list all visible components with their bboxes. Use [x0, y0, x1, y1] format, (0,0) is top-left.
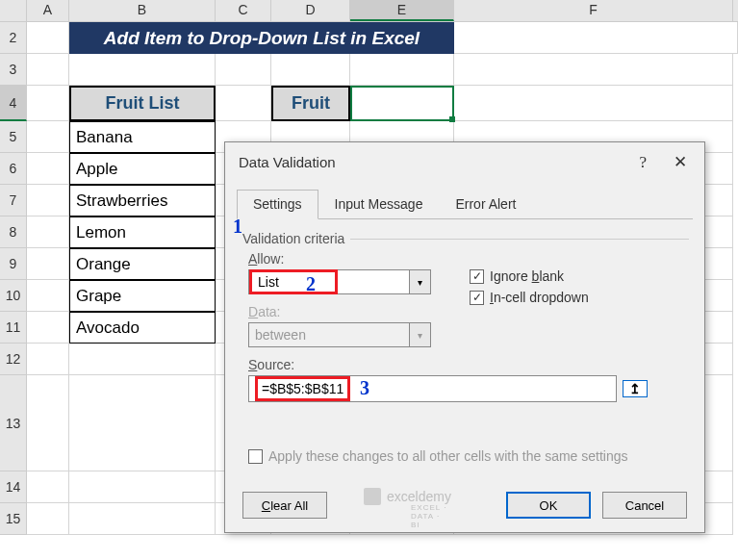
column-headers: A B C D E F: [0, 0, 738, 22]
data-value: between: [249, 327, 409, 343]
checkbox-icon: [248, 449, 263, 464]
collapse-icon: ↥: [629, 381, 641, 396]
watermark: exceldemy EXCEL · DATA · BI: [364, 488, 451, 505]
col-F[interactable]: F: [454, 0, 733, 21]
source-input[interactable]: =$B$5:$B$11: [248, 375, 617, 402]
range-picker-button[interactable]: ↥: [623, 380, 648, 397]
row-12[interactable]: 12: [0, 344, 27, 375]
list-item[interactable]: Banana: [69, 121, 216, 153]
tab-error-alert[interactable]: Error Alert: [439, 190, 532, 218]
annotation-3: 3: [360, 377, 369, 399]
tab-input-message[interactable]: Input Message: [318, 190, 440, 218]
source-label: Source:: [248, 357, 681, 372]
col-B[interactable]: B: [69, 0, 216, 21]
ok-button[interactable]: OK: [506, 492, 591, 519]
chevron-down-icon[interactable]: ▾: [409, 270, 430, 293]
close-button[interactable]: ✕: [670, 152, 691, 172]
list-item[interactable]: Strawberries: [69, 185, 216, 216]
row-2[interactable]: 2: [0, 22, 27, 54]
ignore-blank-checkbox[interactable]: ✓ Ignore blank: [470, 268, 589, 284]
row-10[interactable]: 10: [0, 280, 27, 312]
data-select: between ▾: [248, 322, 431, 347]
col-D[interactable]: D: [271, 0, 350, 21]
incell-dropdown-checkbox[interactable]: ✓ In-cell dropdown: [470, 290, 589, 305]
list-item[interactable]: Lemon: [69, 216, 216, 248]
row-9[interactable]: 9: [0, 248, 27, 280]
selected-cell-E4[interactable]: [350, 86, 454, 121]
row-11[interactable]: 11: [0, 312, 27, 344]
row-14[interactable]: 14: [0, 471, 27, 503]
dialog-tabs: Settings Input Message Error Alert: [237, 190, 693, 219]
clear-all-button[interactable]: Clear All: [242, 492, 327, 519]
check-icon: ✓: [470, 291, 484, 305]
list-item[interactable]: Grape: [69, 280, 216, 312]
dialog-titlebar[interactable]: Data Validation ? ✕: [225, 142, 704, 182]
apply-all-checkbox: Apply these changes to all other cells w…: [248, 448, 681, 464]
list-item[interactable]: Orange: [69, 248, 216, 280]
check-icon: ✓: [470, 269, 484, 284]
corner-cell[interactable]: [0, 0, 27, 21]
col-C[interactable]: C: [216, 0, 271, 21]
col-A[interactable]: A: [27, 0, 69, 21]
row-4[interactable]: 4: [0, 86, 27, 121]
watermark-icon: [364, 488, 381, 505]
title-banner: Add Item to Drop-Down List in Excel: [69, 22, 454, 54]
list-item[interactable]: Avocado: [69, 312, 216, 344]
annotation-2: 2: [306, 273, 316, 295]
dialog-title-text: Data Validation: [239, 154, 336, 170]
col-E[interactable]: E: [350, 0, 454, 21]
row-5[interactable]: 5: [0, 121, 27, 153]
cancel-button[interactable]: Cancel: [602, 492, 687, 519]
row-3[interactable]: 3: [0, 54, 27, 86]
row-15[interactable]: 15: [0, 503, 27, 535]
row-8[interactable]: 8: [0, 216, 27, 248]
header-fruit[interactable]: Fruit: [271, 86, 350, 121]
header-fruit-list[interactable]: Fruit List: [69, 86, 216, 121]
source-value: =$B$5:$B$11: [255, 376, 350, 401]
data-label: Data:: [248, 304, 431, 319]
data-validation-dialog: Data Validation ? ✕ Settings Input Messa…: [224, 141, 705, 533]
tab-settings[interactable]: Settings: [237, 190, 318, 219]
allow-value: List: [249, 269, 338, 294]
allow-label: Allow:: [248, 251, 431, 267]
row-7[interactable]: 7: [0, 185, 27, 216]
row-13[interactable]: 13: [0, 375, 27, 471]
allow-select[interactable]: List ▾: [248, 269, 431, 294]
annotation-1: 1: [233, 216, 242, 238]
list-item[interactable]: Apple: [69, 153, 216, 185]
help-button[interactable]: ?: [639, 153, 647, 172]
chevron-down-icon: ▾: [409, 323, 430, 346]
row-6[interactable]: 6: [0, 153, 27, 185]
